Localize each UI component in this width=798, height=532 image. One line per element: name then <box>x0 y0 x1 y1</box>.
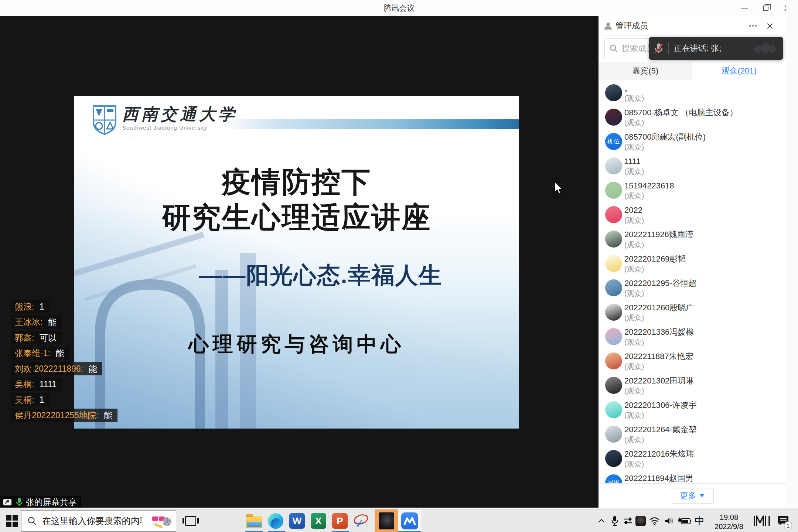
attendee-row[interactable]: 机位 085700邱建宏(副机位) (观众) <box>598 131 786 155</box>
chat-text: 1111 <box>40 379 57 389</box>
taskbar-app-file-explorer[interactable] <box>244 509 265 532</box>
attendee-name: 085700-杨卓文 （电脑主设备） <box>624 106 786 118</box>
attendee-name: 2022211894赵国男 <box>624 472 786 483</box>
panel-header: 管理成员 <box>598 16 786 35</box>
avatar <box>605 84 622 101</box>
chat-message: 熊浪: 1 <box>11 300 50 313</box>
attendee-name: 2022211887朱艳宏 <box>624 350 786 362</box>
attendee-row[interactable]: 2022212016朱炫玮 (观众) <box>598 448 786 472</box>
attendee-list[interactable]: 。 (观众) 085700-杨卓文 （电脑主设备） (观众) 机位 085700… <box>598 80 786 483</box>
attendee-row[interactable]: 国男 2022211894赵国男 (观众) <box>598 472 786 483</box>
chat-message: 吴桐: 1111 <box>11 378 62 391</box>
avatar <box>605 157 622 174</box>
taskbar-app-word[interactable]: W <box>287 509 307 532</box>
battery-plug-icon <box>678 517 691 525</box>
sliders-icon <box>623 516 633 526</box>
start-button[interactable] <box>3 509 21 532</box>
attendee-row[interactable]: 2022201295-谷恒超 (观众) <box>598 277 786 301</box>
taskbar-app-powerpoint[interactable]: P <box>330 509 350 532</box>
tray-expand-button[interactable] <box>596 509 607 532</box>
slide-title-line1: 疫情防控下 <box>74 163 519 202</box>
attendee-row[interactable]: 2022201306-许凌宇 (观众) <box>598 399 786 423</box>
chat-text: 能 <box>88 364 97 374</box>
taskbar-search-input[interactable] <box>42 516 142 526</box>
taskbar-app-snipping-tool[interactable]: ✂ <box>351 509 372 532</box>
avatar <box>605 279 622 296</box>
attendee-row[interactable]: 15194223618 (观众) <box>598 180 786 204</box>
tray-microphone-button[interactable] <box>609 509 621 532</box>
m-logo-icon <box>754 515 770 526</box>
chat-sender: 吴桐: <box>15 395 34 405</box>
panel-title: 管理成员 <box>615 20 648 31</box>
tab-guests[interactable]: 嘉宾(5) <box>598 62 692 80</box>
chat-message-row: 刘欢 2022211896: 能 <box>11 362 117 375</box>
attendee-row[interactable]: 2022201302田玥琳 (观众) <box>598 375 786 399</box>
attendee-row[interactable]: 2022201269彭韬 (观众) <box>598 253 786 277</box>
restore-button[interactable] <box>755 0 777 16</box>
attendee-role: (观众) <box>624 289 786 298</box>
tray-battery-button[interactable] <box>677 509 692 532</box>
windows-logo-icon <box>6 515 18 527</box>
attendee-role: (观众) <box>624 386 786 396</box>
attendee-role: (观众) <box>624 215 786 225</box>
chevron-up-icon <box>598 519 605 525</box>
restore-icon <box>763 6 768 11</box>
tray-audio-settings-button[interactable] <box>622 509 634 532</box>
chat-sender: 刘欢 2022211896: <box>15 364 83 374</box>
attendee-row[interactable]: 2022201336冯媛橼 (观众) <box>598 326 786 350</box>
attendee-name: 2022201260殷晓广 <box>624 301 786 313</box>
attendee-row[interactable]: 2022 (观众) <box>598 204 786 228</box>
powerpoint-icon: P <box>332 513 348 529</box>
caret-down-icon <box>699 494 705 497</box>
task-view-button[interactable] <box>180 509 201 532</box>
tab-audience[interactable]: 观众(201) <box>692 62 786 80</box>
attendee-row[interactable]: 2022201264-戴金堃 (观众) <box>598 423 786 448</box>
file-explorer-icon <box>246 516 262 528</box>
attendee-role: (观众) <box>624 118 786 127</box>
mouse-cursor <box>554 182 566 195</box>
attendee-row[interactable]: 2022211926魏雨滢 (观众) <box>598 228 786 253</box>
more-button[interactable]: 更多 <box>671 488 714 504</box>
avatar <box>605 206 622 223</box>
taskbar-app-excel[interactable]: X <box>308 509 329 532</box>
panel-more-button[interactable] <box>747 21 758 30</box>
taskbar-app-active-window[interactable] <box>375 509 398 532</box>
taskbar-search-box[interactable] <box>21 510 176 532</box>
search-highlight-cinema-icon[interactable] <box>151 514 172 529</box>
attendee-name: 2022201336冯媛橼 <box>624 326 786 337</box>
chat-overlay: 熊浪: 1 王冰冰: 能 郭鑫: 可以 张泰维-1: 能 刘欢 20222118… <box>11 300 117 424</box>
edge-browser-icon <box>268 513 283 529</box>
attendee-name: 15194223618 <box>624 180 786 191</box>
window-titlebar: 腾讯会议 <box>0 0 798 16</box>
attendee-name: 2022201295-谷恒超 <box>624 277 786 289</box>
tray-wifi-button[interactable] <box>648 509 661 532</box>
search-icon <box>609 44 618 53</box>
attendee-role: (观众) <box>624 93 786 103</box>
tray-app-thumbnail[interactable] <box>635 509 647 532</box>
tray-m-logo-button[interactable] <box>752 509 771 532</box>
panel-close-button[interactable] <box>765 21 775 30</box>
attendee-row[interactable]: 2022201260殷晓广 (观众) <box>598 301 786 326</box>
attendee-row[interactable]: 1111 (观众) <box>598 155 786 180</box>
more-ellipsis-icon <box>752 25 754 27</box>
university-logo: 西南交通大学 Southwest Jiaotong University <box>93 105 238 135</box>
attendee-role: (观众) <box>624 362 786 371</box>
attendee-row[interactable]: 085700-杨卓文 （电脑主设备） (观众) <box>598 106 786 131</box>
chat-message-row: 侯丹2022201255地院: 能 <box>11 409 117 422</box>
attendee-row[interactable]: 。 (观众) <box>598 82 786 106</box>
attendee-role: (观众) <box>624 142 786 152</box>
attendee-role: (观众) <box>624 264 786 274</box>
taskbar-app-tencent-meeting[interactable] <box>398 509 421 532</box>
chat-text: 能 <box>104 410 112 420</box>
member-person-icon <box>604 21 613 30</box>
taskbar-app-edge[interactable] <box>265 509 286 532</box>
attendee-name: 2022201264-戴金堃 <box>624 423 786 435</box>
tray-notification-button[interactable]: 1 <box>774 509 793 532</box>
mic-muted-icon <box>654 43 664 54</box>
university-name-en: Southwest Jiaotong University <box>122 125 238 131</box>
minimize-button[interactable] <box>734 0 755 16</box>
attendee-row[interactable]: 2022211887朱艳宏 (观众) <box>598 350 786 375</box>
tray-clock[interactable]: 19:08 2022/9/8 <box>706 509 751 532</box>
tray-volume-button[interactable] <box>663 509 676 532</box>
tray-ime-indicator[interactable]: 中 <box>693 509 706 532</box>
